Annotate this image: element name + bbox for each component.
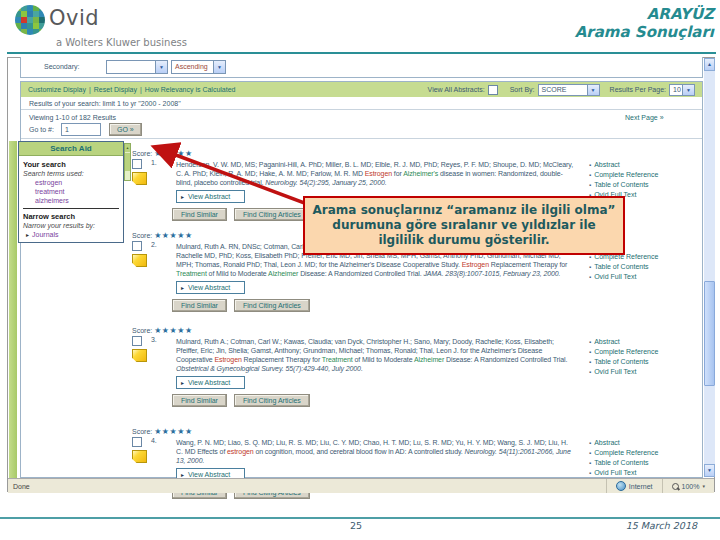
result-link[interactable]: ▪Ovid Full Text — [589, 272, 693, 282]
search-aid-sidebar: Search Aid Your search Search terms used… — [18, 141, 124, 243]
scroll-up-icon[interactable]: ▴ — [125, 144, 130, 152]
result-link-label[interactable]: Ovid Full Text — [594, 273, 636, 280]
scroll-down-button[interactable]: ▼ — [704, 464, 715, 477]
citation-segment: of Mild to Moderate — [353, 356, 414, 363]
search-term-link[interactable]: alzheimers — [23, 196, 119, 205]
status-text: Done — [8, 483, 606, 490]
relevancy-help-link[interactable]: How Relevancy is Calculated — [145, 86, 236, 93]
result-link[interactable]: ▪Table of Contents — [589, 458, 693, 468]
goto-input[interactable]: 1 — [61, 123, 101, 136]
find-citing-button[interactable]: Find Citing Articles — [234, 394, 310, 407]
secondary-select[interactable]: ▼ — [106, 60, 168, 74]
result-link[interactable]: ▪Table of Contents — [589, 357, 693, 367]
sort-by-select[interactable]: SCORE ▼ — [538, 84, 600, 96]
result-link-label[interactable]: Table of Contents — [594, 459, 648, 466]
result-checkbox[interactable] — [132, 336, 142, 346]
result-link-label[interactable]: Table of Contents — [594, 263, 648, 270]
callout-box: Arama sonuçlarınız “aramanız ile ilgili … — [303, 196, 625, 255]
brand-name: Ovid — [49, 6, 99, 30]
scroll-up-button[interactable]: ▲ — [704, 58, 715, 71]
page-number: 25 — [350, 520, 362, 531]
reset-display-link[interactable]: Reset Display — [94, 86, 137, 93]
narrow-search-sub: Narrow your results by: — [23, 222, 119, 229]
view-abstract-label: View Abstract — [188, 471, 230, 478]
search-aid-title: Search Aid — [19, 142, 123, 156]
chevron-down-icon[interactable]: ▼ — [682, 85, 694, 95]
scrollbar-thumb[interactable] — [125, 153, 130, 171]
chevron-down-icon[interactable]: ▼ — [587, 85, 599, 95]
result-link-label[interactable]: Ovid Full Text — [594, 368, 636, 375]
citation-segment: Replacement Therapy for — [489, 261, 567, 268]
next-page-link[interactable]: Next Page » — [625, 114, 664, 121]
result-link-label[interactable]: Ovid Full Text — [594, 469, 636, 476]
journals-link[interactable]: Journals — [32, 231, 58, 238]
slide-title-line2: Arama Sonuçları — [575, 23, 714, 41]
citation-segment: Disease: A Randomized Controlled Trial. — [298, 270, 423, 277]
result-links: ▪Abstract▪Complete Reference▪Table of Co… — [589, 160, 693, 200]
results-per-page-select[interactable]: 10 ▼ — [669, 84, 695, 96]
result-link-label[interactable]: Complete Reference — [594, 171, 658, 178]
result-checkbox[interactable] — [132, 437, 142, 447]
caret-down-icon[interactable]: ▾ — [702, 483, 705, 489]
result-link[interactable]: ▪Ovid Full Text — [589, 367, 693, 377]
result-link-label[interactable]: Abstract — [594, 439, 620, 446]
result-link-label[interactable]: Table of Contents — [594, 358, 648, 365]
annotate-note-icon[interactable] — [132, 172, 147, 185]
ovid-logo — [15, 5, 45, 35]
result-link[interactable]: ▪Complete Reference — [589, 170, 693, 180]
result-checkbox[interactable] — [132, 241, 142, 251]
annotate-note-icon[interactable] — [132, 349, 147, 362]
result-checkbox[interactable] — [132, 159, 142, 169]
result-link[interactable]: ▪Abstract — [589, 438, 693, 448]
view-abstract-button[interactable]: ▸ View Abstract — [176, 190, 245, 203]
slide-title-line1: ARAYÜZ — [575, 5, 714, 23]
header-rule — [7, 52, 716, 54]
chevron-down-icon[interactable]: ▼ — [155, 61, 167, 73]
result-link-label[interactable]: Table of Contents — [594, 181, 648, 188]
find-similar-button[interactable]: Find Similar — [172, 299, 227, 312]
result-link[interactable]: ▪Table of Contents — [589, 180, 693, 190]
result-link[interactable]: ▪Table of Contents — [589, 262, 693, 272]
citation-segment: for — [392, 170, 403, 177]
your-search-heading: Your search — [23, 160, 119, 169]
view-all-abstracts-checkbox[interactable] — [488, 85, 498, 95]
find-citing-button[interactable]: Find Citing Articles — [234, 208, 310, 221]
annotate-note-icon[interactable] — [132, 254, 147, 267]
result-link[interactable]: ▪Ovid Full Text — [589, 468, 693, 478]
bullet-icon: ▪ — [589, 162, 591, 168]
find-similar-button[interactable]: Find Similar — [172, 208, 227, 221]
result-link-label[interactable]: Complete Reference — [594, 449, 658, 456]
viewing-count: Viewing 1-10 of 182 Results — [29, 114, 116, 121]
citation-segment: Alzheimer — [414, 356, 444, 363]
citation-segment: on cognition, mood, and cerebral blood f… — [254, 448, 465, 455]
result-link-label[interactable]: Complete Reference — [594, 348, 658, 355]
citation-segment: Neurology. 54(2):295, January 25, 2000. — [265, 179, 386, 186]
result-link[interactable]: ▪Abstract — [589, 337, 693, 347]
separator: | — [89, 86, 91, 93]
bullet-icon: ▪ — [589, 450, 591, 456]
view-abstract-button[interactable]: ▸ View Abstract — [176, 281, 245, 294]
search-term-link[interactable]: treatment — [23, 187, 119, 196]
zoom-level[interactable]: 100% — [682, 483, 700, 490]
result-link-label[interactable]: Abstract — [594, 338, 620, 345]
scrollbar-thumb[interactable] — [704, 281, 715, 386]
result-link[interactable]: ▪Abstract — [589, 160, 693, 170]
go-button[interactable]: GO » — [109, 123, 142, 136]
result-link[interactable]: ▪Complete Reference — [589, 448, 693, 458]
result-link-label[interactable]: Abstract — [594, 161, 620, 168]
citation-segment: JAMA. 283(8):1007-1015, February 23, 200… — [423, 270, 560, 277]
annotate-note-icon[interactable] — [132, 450, 147, 463]
result-select-column: 2. — [132, 241, 172, 251]
sidebar-scrollbar[interactable]: ▴ — [124, 143, 131, 181]
result-link[interactable]: ▪Complete Reference — [589, 347, 693, 357]
order-select[interactable]: Ascending ▼ — [171, 60, 226, 74]
customize-display-link[interactable]: Customize Display — [28, 86, 86, 93]
chevron-down-icon[interactable]: ▼ — [213, 61, 225, 73]
vertical-scrollbar[interactable]: ▲ ▼ — [704, 58, 715, 477]
result-links: ▪Abstract▪Complete Reference▪Table of Co… — [589, 337, 693, 377]
search-term-link[interactable]: estrogen — [23, 178, 119, 187]
find-citing-button[interactable]: Find Citing Articles — [234, 299, 310, 312]
citation-segment: Alzheimer — [268, 270, 298, 277]
find-similar-button[interactable]: Find Similar — [172, 394, 227, 407]
view-abstract-button[interactable]: ▸ View Abstract — [176, 376, 245, 389]
